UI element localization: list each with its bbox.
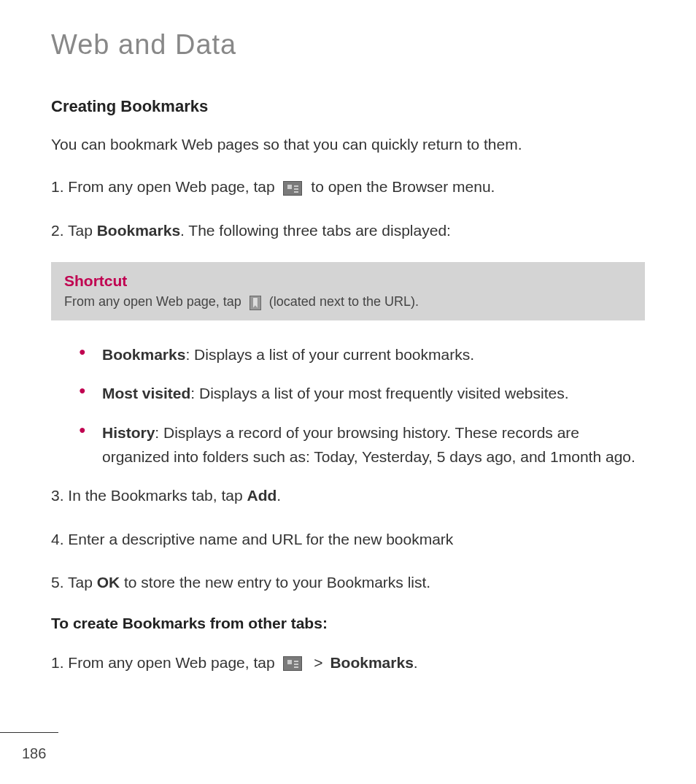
section-heading: Creating Bookmarks [51,97,645,116]
step-1: 1. From any open Web page, tap to open t… [51,175,645,199]
shortcut-text: From any open Web page, tap (located nex… [64,294,632,310]
shortcut-pre: From any open Web page, tap [64,294,245,309]
list-item: History: Displays a record of your brows… [85,420,645,469]
other-step-1-post: . [414,654,418,671]
page-title: Web and Data [51,29,645,61]
bullet-label: Bookmarks [102,346,185,363]
page-number-line [0,732,58,733]
step-2-bold: Bookmarks [97,222,180,239]
step-5-post: to store the new entry to your Bookmarks… [120,574,430,591]
step-2-pre: 2. Tap [51,222,97,239]
step-3-bold: Add [247,487,277,504]
bullet-desc: : Displays a record of your browsing his… [102,424,635,466]
shortcut-post: (located next to the URL). [269,294,419,309]
other-step-1-bold: Bookmarks [330,654,413,671]
gt-separator: > [314,654,327,671]
step-3-post: . [277,487,281,504]
shortcut-title: Shortcut [64,272,632,290]
step-4: 4. Enter a descriptive name and URL for … [51,528,645,551]
bullet-desc: : Displays a list of your current bookma… [185,346,474,363]
step-2: 2. Tap Bookmarks. The following three ta… [51,219,645,242]
intro-text: You can bookmark Web pages so that you c… [51,134,645,155]
shortcut-box: Shortcut From any open Web page, tap (lo… [51,262,645,320]
step-3-pre: 3. In the Bookmarks tab, tap [51,487,247,504]
step-2-post: . The following three tabs are displayed… [180,222,451,239]
step-3: 3. In the Bookmarks tab, tap Add. [51,484,645,507]
step-5-pre: 5. Tap [51,574,97,591]
menu-icon [283,181,302,196]
step-5-bold: OK [97,574,120,591]
step-5: 5. Tap OK to store the new entry to your… [51,571,645,594]
bookmark-icon [250,296,261,310]
bullet-label: Most visited [102,385,190,401]
sub-heading: To create Bookmarks from other tabs: [51,615,645,632]
menu-icon [283,656,302,671]
page-number: 186 [22,745,46,762]
step-1-pre: 1. From any open Web page, tap [51,178,279,195]
list-item: Most visited: Displays a list of your mo… [85,381,645,406]
other-step-1: 1. From any open Web page, tap > Bookmar… [51,651,645,675]
list-item: Bookmarks: Displays a list of your curre… [85,342,645,367]
bullet-label: History [102,424,155,441]
tabs-list: Bookmarks: Displays a list of your curre… [51,342,645,469]
bullet-desc: : Displays a list of your most frequentl… [190,385,568,401]
step-1-post: to open the Browser menu. [311,178,495,195]
other-step-1-pre: 1. From any open Web page, tap [51,654,279,671]
